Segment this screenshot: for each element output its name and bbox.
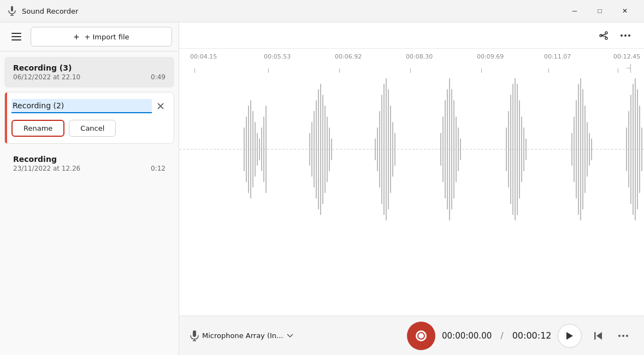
timeline-label-6: 00:11.07	[544, 53, 571, 60]
svg-rect-80	[637, 89, 638, 209]
svg-rect-76	[628, 111, 629, 188]
play-button[interactable]	[558, 324, 582, 348]
import-button[interactable]: + + Import file	[31, 27, 172, 46]
svg-rect-63	[523, 127, 524, 171]
svg-rect-40	[386, 78, 387, 220]
share-button[interactable]	[594, 26, 613, 45]
titlebar: Sound Recorder ─ □ ✕	[0, 0, 644, 22]
svg-rect-34	[331, 138, 332, 160]
record-inner	[416, 330, 427, 341]
mic-selector[interactable]: Microphone Array (In...	[190, 330, 402, 341]
recording-item-2[interactable]: Recording 23/11/2022 at 12.26 0:12	[4, 148, 174, 179]
svg-rect-51	[453, 100, 454, 199]
import-label: + Import file	[84, 33, 129, 41]
svg-rect-17	[252, 111, 253, 188]
rename-confirm-button[interactable]: Rename	[11, 120, 64, 137]
waveform-area: 00:04.15 00:05.53 00:06.92 00:08.30 00:0…	[179, 49, 644, 316]
svg-rect-71	[584, 106, 586, 193]
svg-rect-19	[257, 133, 258, 166]
tick-end	[630, 64, 631, 73]
svg-rect-42	[390, 106, 391, 193]
rename-input-row	[11, 99, 167, 113]
svg-rect-37	[379, 111, 380, 188]
svg-rect-16	[250, 100, 251, 199]
svg-rect-49	[449, 78, 450, 220]
svg-rect-13	[244, 127, 245, 171]
svg-rect-62	[521, 117, 522, 182]
svg-rect-53	[458, 127, 459, 171]
window-controls: ─ □ ✕	[562, 2, 637, 20]
mic-icon	[190, 330, 199, 341]
svg-rect-78	[633, 84, 634, 215]
rename-actions: Rename Cancel	[11, 120, 167, 137]
svg-rect-36	[377, 127, 378, 171]
time-separator: /	[500, 330, 503, 341]
tick-4	[410, 68, 411, 73]
skip-to-start-button[interactable]	[588, 326, 608, 346]
svg-rect-50	[451, 89, 452, 209]
sidebar-header: + + Import file	[0, 22, 179, 51]
timeline-label-4: 00:08.30	[406, 53, 433, 60]
svg-rect-64	[525, 138, 527, 160]
svg-rect-67	[576, 100, 577, 199]
svg-rect-33	[329, 127, 330, 171]
app-title: Sound Recorder	[22, 7, 562, 15]
rename-clear-button[interactable]	[154, 100, 167, 113]
recording-item-1-meta: 06/12/2022 at 22.10 0:49	[13, 73, 166, 81]
svg-rect-27	[316, 100, 317, 199]
svg-rect-29	[320, 84, 321, 215]
svg-rect-55	[506, 127, 507, 171]
svg-rect-45	[440, 133, 441, 166]
svg-rect-73	[589, 133, 590, 166]
hamburger-button[interactable]	[7, 27, 26, 46]
svg-rect-61	[519, 100, 520, 199]
sidebar-content: Recording (3) 06/12/2022 at 22.10 0:49	[0, 51, 179, 355]
sidebar: + + Import file Recording (3) 06/12/2022…	[0, 22, 179, 355]
timeline-label-7: 00:12.45	[613, 53, 640, 60]
playback-controls: 00:00:00.00 / 00:00:12	[402, 322, 614, 350]
record-button[interactable]	[407, 322, 435, 350]
svg-rect-68	[578, 84, 579, 215]
chevron-down-icon	[287, 334, 293, 338]
maximize-button[interactable]: □	[587, 2, 612, 20]
svg-rect-69	[580, 78, 581, 220]
total-time: 00:00:12	[512, 330, 552, 341]
svg-point-10	[624, 34, 627, 37]
svg-point-91	[626, 335, 628, 337]
recording-item-1-duration: 0:49	[151, 73, 166, 81]
content-toolbar	[179, 22, 644, 49]
svg-rect-3	[11, 33, 21, 34]
svg-rect-79	[635, 78, 636, 220]
recording-item-1[interactable]: Recording (3) 06/12/2022 at 22.10 0:49	[4, 57, 174, 88]
record-dot	[418, 333, 424, 339]
timeline-label-1: 00:04.15	[190, 53, 217, 60]
svg-rect-21	[261, 127, 262, 171]
svg-marker-86	[566, 332, 573, 340]
more-options-bottom-button[interactable]	[613, 326, 633, 346]
bottom-bar: Microphone Array (In... 00:00:00.00 / 00…	[179, 316, 644, 355]
svg-rect-26	[314, 111, 315, 188]
svg-rect-54	[460, 138, 461, 160]
svg-rect-60	[517, 84, 518, 215]
rename-input[interactable]	[11, 99, 152, 113]
svg-rect-83	[193, 330, 196, 337]
svg-rect-82	[641, 127, 642, 171]
svg-rect-88	[594, 332, 596, 340]
rename-cancel-button[interactable]: Cancel	[69, 120, 116, 137]
svg-rect-20	[259, 138, 260, 160]
svg-rect-81	[639, 106, 640, 193]
recording-item-2-duration: 0:12	[151, 165, 166, 172]
timeline: 00:04.15 00:05.53 00:06.92 00:08.30 00:0…	[179, 49, 644, 73]
app-icon	[7, 5, 17, 16]
svg-rect-22	[263, 117, 264, 182]
minimize-button[interactable]: ─	[562, 2, 587, 20]
svg-rect-47	[445, 100, 446, 199]
svg-rect-59	[515, 78, 516, 220]
timeline-label-5: 00:09.69	[477, 53, 504, 60]
svg-rect-14	[246, 117, 247, 182]
svg-rect-5	[11, 39, 21, 40]
more-options-button[interactable]	[616, 26, 635, 45]
close-button[interactable]: ✕	[612, 2, 637, 20]
recording-item-2-date: 23/11/2022 at 12.26	[13, 165, 80, 172]
svg-point-9	[621, 34, 623, 37]
